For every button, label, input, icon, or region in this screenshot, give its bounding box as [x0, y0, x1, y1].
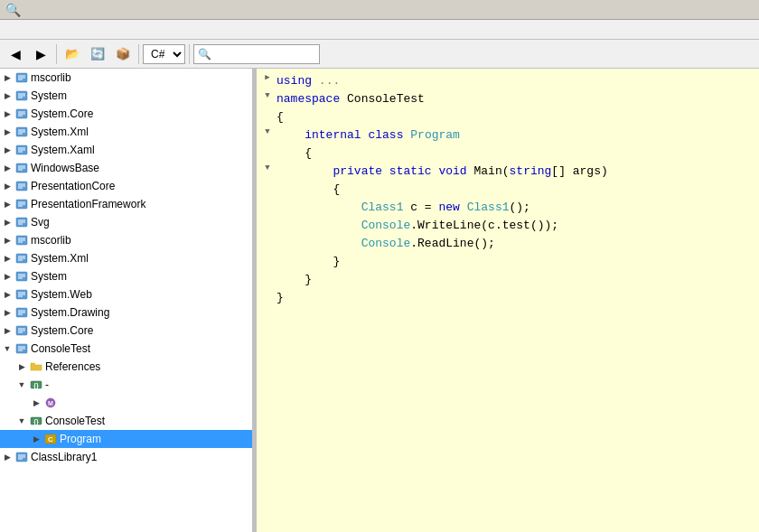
tree-expander[interactable]: ▶ — [14, 358, 29, 376]
tree-node-label: System.Core — [31, 324, 93, 337]
tree-expander[interactable]: ▶ — [0, 159, 14, 177]
code-panel: ▶ using ... ▼ namespace ConsoleTest { ▼ … — [257, 69, 759, 532]
tree-item-program-class[interactable]: ▶ C Program — [0, 430, 252, 448]
tree-node-icon — [14, 161, 29, 175]
tree-expander[interactable]: ▶ — [0, 105, 14, 123]
tree-expander[interactable]: ▶ — [0, 195, 14, 213]
tree-expander[interactable]: ▼ — [0, 340, 14, 358]
tree-item-system-xaml-1[interactable]: ▶ System.Xaml — [0, 141, 252, 159]
menu-view[interactable] — [22, 28, 36, 32]
tree-item-mscorlib-1[interactable]: ▶ mscorlib — [0, 69, 252, 87]
language-select[interactable]: C# IL VB — [143, 44, 185, 64]
tree-item-presentationcore-1[interactable]: ▶ PresentationCore — [0, 177, 252, 195]
assembly-button[interactable]: 📦 — [111, 42, 135, 66]
tree-node-icon — [14, 179, 29, 193]
toolbar-sep-2 — [138, 44, 139, 64]
tree-item-system-1[interactable]: ▶ System — [0, 87, 252, 105]
tree-expander[interactable]: ▶ — [0, 303, 14, 322]
tree-expander[interactable]: ▶ — [29, 394, 43, 412]
tree-node-label: System — [31, 270, 67, 283]
code-line: } — [257, 271, 759, 289]
code-text: Console.WriteLine(c.test()); — [275, 217, 558, 235]
tree-expander[interactable]: ▶ — [0, 123, 14, 141]
tree-node-label: System.Drawing — [31, 306, 109, 319]
tree-item-system-drawing-1[interactable]: ▶ System.Drawing — [0, 303, 252, 322]
tree-node-icon — [14, 450, 29, 464]
tree-expander[interactable]: ▶ — [0, 322, 14, 340]
tree-expander[interactable]: ▼ — [14, 376, 29, 394]
tree-item-consoletest-ns[interactable]: ▼ {} ConsoleTest — [0, 412, 252, 430]
code-expander[interactable]: ▶ — [260, 72, 275, 85]
tree-node-icon — [29, 359, 43, 374]
tree-item-system-core-1[interactable]: ▶ System.Core — [0, 105, 252, 123]
tree-item-system-xml-1[interactable]: ▶ System.Xml — [0, 123, 252, 141]
titlebar: 🔍 — [0, 0, 759, 20]
svg-text:{}: {} — [33, 382, 39, 389]
tree-node-label: PresentationCore — [31, 180, 115, 192]
code-line: ▼ private static void Main(string[] args… — [257, 163, 759, 181]
code-line: Class1 c = new Class1(); — [257, 199, 759, 217]
code-expander[interactable]: ▼ — [260, 163, 275, 175]
tree-expander[interactable]: ▶ — [0, 231, 14, 249]
svg-text:M: M — [48, 400, 53, 406]
code-expander[interactable]: ▼ — [260, 90, 275, 103]
menu-help[interactable] — [40, 28, 54, 32]
tree-expander[interactable]: ▶ — [0, 285, 14, 303]
code-text: { — [275, 108, 284, 126]
tree-node-icon: {} — [29, 378, 43, 392]
tree-expander[interactable]: ▶ — [0, 448, 14, 466]
tree-item-system-web-1[interactable]: ▶ System.Web — [0, 285, 252, 303]
code-line: Console.ReadLine(); — [257, 235, 759, 253]
tree-node-label: - — [45, 378, 49, 391]
tree-expander[interactable]: ▶ — [0, 177, 14, 195]
tree-item-system-2[interactable]: ▶ System — [0, 267, 252, 285]
tree-expander[interactable]: ▶ — [0, 141, 14, 159]
tree-node-label: ConsoleTest — [31, 342, 90, 355]
forward-button[interactable]: ▶ — [29, 42, 52, 66]
tree-item-references[interactable]: ▶ References — [0, 358, 252, 376]
tree-item-classlibrary-1[interactable]: ▶ ClassLibrary1 — [0, 448, 252, 466]
tree-node-icon — [14, 269, 29, 284]
toolbar-sep-3 — [189, 44, 190, 64]
tree-item-system-xml-2[interactable]: ▶ System.Xml — [0, 249, 252, 267]
refresh-button[interactable]: 🔄 — [86, 42, 109, 66]
tree-item-presentationframework-1[interactable]: ▶ PresentationFramework — [0, 195, 252, 213]
menu-file[interactable] — [4, 28, 18, 32]
main-content: ▶ mscorlib▶ System▶ System.Core▶ System.… — [0, 69, 759, 532]
tree-item-mscorlib-2[interactable]: ▶ mscorlib — [0, 231, 252, 249]
tree-node-label: System.Xaml — [31, 144, 95, 156]
back-button[interactable]: ◀ — [4, 42, 27, 66]
tree-item-svg-1[interactable]: ▶ Svg — [0, 213, 252, 231]
tree-expander[interactable]: ▶ — [0, 213, 14, 231]
tree-expander[interactable]: ▼ — [14, 412, 29, 430]
code-text: using ... — [275, 72, 340, 90]
code-line: ▼ namespace ConsoleTest — [257, 90, 759, 108]
tree-node-label: Program — [60, 433, 101, 445]
tree-item-module[interactable]: ▶ M — [0, 394, 252, 412]
tree-expander[interactable]: ▶ — [29, 430, 43, 448]
code-text: { — [275, 181, 340, 199]
tree-node-label: References — [45, 360, 100, 373]
tree-node-icon: M — [43, 396, 58, 410]
tree-node-icon — [14, 125, 29, 139]
tree-node-icon: {} — [29, 414, 43, 428]
tree-node-icon — [14, 323, 29, 338]
open-button[interactable]: 📂 — [61, 42, 84, 66]
code-text: internal class Program — [275, 126, 460, 145]
tree-node-label: ClassLibrary1 — [31, 451, 97, 463]
svg-text:C: C — [48, 435, 53, 443]
tree-expander[interactable]: ▶ — [0, 87, 14, 105]
tree-node-icon — [14, 70, 29, 85]
code-text: private static void Main(string[] args) — [275, 163, 608, 181]
search-input[interactable] — [193, 44, 320, 64]
tree-expander[interactable]: ▶ — [0, 267, 14, 285]
tree-item-windowsbase-1[interactable]: ▶ WindowsBase — [0, 159, 252, 177]
code-expander[interactable]: ▼ — [260, 126, 275, 139]
tree-node-label: System.Web — [31, 288, 92, 301]
tree-item-dash-ns[interactable]: ▼ {} - — [0, 376, 252, 394]
code-line: } — [257, 253, 759, 271]
tree-item-consoletest-root[interactable]: ▼ ConsoleTest — [0, 340, 252, 358]
tree-expander[interactable]: ▶ — [0, 249, 14, 267]
tree-item-system-core-2[interactable]: ▶ System.Core — [0, 322, 252, 340]
tree-expander[interactable]: ▶ — [0, 69, 14, 87]
